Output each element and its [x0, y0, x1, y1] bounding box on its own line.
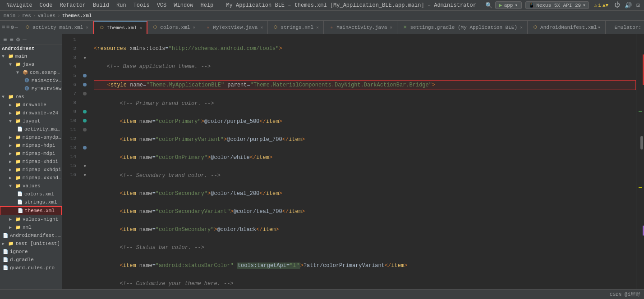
tab-mainactivity-close[interactable]: ✕ — [390, 25, 392, 30]
tab-themes-icon: ⬡ — [99, 25, 105, 31]
sidebar-hide-btn[interactable]: — — [21, 36, 28, 44]
sidebar-item-themes-xml[interactable]: 📄 themes.xml — [0, 206, 62, 215]
breadcrumb-main[interactable]: main — [4, 13, 15, 18]
breadcrumb-file[interactable]: themes.xml — [62, 13, 92, 18]
sidebar-item-androidmanifest[interactable]: 📄 AndroidManifest.xml — [0, 231, 62, 240]
tab-colors-close[interactable]: ✕ — [193, 25, 195, 30]
tab-activity-main[interactable]: ⬡ activity_main.xml ✕ — [20, 21, 93, 34]
menu-help[interactable]: Help — [197, 1, 217, 9]
folder-main-icon: 📁 — [7, 53, 14, 60]
warning-icon: ⚠ — [594, 2, 598, 8]
tab-settings-gradle[interactable]: ⛭ settings.gradle (My Application BLE) ✕ — [397, 21, 528, 34]
sidebar-expand-btn[interactable]: ≡ — [2, 36, 8, 44]
code-content[interactable]: <resources xmlns:tools="http://schemas.a… — [89, 34, 636, 289]
sidebar-item-mipmap-xhdpi[interactable]: ▶ 📁 mipmap-xhdpi — [0, 158, 62, 166]
sidebar-item-mipmap-xxxhdpi[interactable]: ▶ 📁 mipmap-xxxhdpi — [0, 174, 62, 182]
code-editor[interactable]: 1 2 3 4 5 6 7 8 9 10 11 12 13 14 15 16 — [62, 34, 644, 289]
menu-tools[interactable]: Tools — [130, 1, 153, 9]
sidebar-item-activity-main-xml[interactable]: 📄 activity_main.xml — [0, 125, 62, 133]
tab-themes[interactable]: ⬡ themes.xml ✕ — [93, 21, 147, 34]
window-controls[interactable]: ⊡ — [635, 2, 641, 9]
sidebar-settings-btn[interactable]: ⚙ — [15, 35, 21, 44]
sidebar-item-drawable-v24[interactable]: ▶ 📁 drawable-v24 — [0, 109, 62, 117]
sidebar-item-layout[interactable]: ▼ 📁 layout — [0, 117, 62, 125]
sidebar-item-res[interactable]: ▼ 📁 res — [0, 93, 62, 101]
run-config-label: app — [504, 3, 513, 8]
menu-navigate[interactable]: Navigate — [3, 1, 36, 9]
warning-nav-down[interactable]: ▼ — [606, 3, 609, 8]
search-icon[interactable]: 🔍 — [485, 2, 492, 9]
run-config-dropdown[interactable]: ▶ app ▾ — [495, 1, 522, 9]
file-strings-icon: 📄 — [16, 199, 23, 206]
power-icon[interactable]: ⏻ — [613, 2, 621, 9]
tab-strings[interactable]: ⬡ strings.xml ✕ — [268, 21, 324, 34]
expand-layout-icon: ▼ — [9, 119, 14, 124]
tab-mainactivity[interactable]: ☕ MainActivity.java ✕ — [324, 21, 397, 34]
menu-vcs[interactable]: VCS — [153, 1, 170, 9]
menu-window[interactable]: Window — [170, 1, 197, 9]
top-right-controls: 🔍 ▶ app ▾ 📱 Nexus 5X API 29 ▾ ⚠ 1 ▲ ▼ ⏻ … — [485, 1, 641, 9]
file-ignore-icon: 📄 — [2, 248, 9, 255]
tab-strings-close[interactable]: ✕ — [316, 25, 319, 30]
tab-androidmanifest[interactable]: ⬡ AndroidManifest.xml ▾ — [528, 21, 605, 34]
sidebar-item-mipmap-xxhdpi[interactable]: ▶ 📁 mipmap-xxhdpi — [0, 166, 62, 174]
menu-build[interactable]: Build — [89, 1, 113, 9]
expand-mipmap-xhdpi-icon: ▶ — [9, 159, 14, 164]
sidebar-item-mipmap-anydpi[interactable]: ▶ 📁 mipmap-anydpi-v — [0, 133, 62, 141]
tab-outdent-icon[interactable]: ≡ — [6, 24, 10, 31]
sidebar-collapse-btn[interactable]: ≡ — [8, 36, 14, 44]
breadcrumb-values[interactable]: values — [37, 13, 55, 18]
file-guard-icon: 📄 — [2, 264, 9, 272]
title-bar: My Application BLE – themes.xml [My_Appl… — [217, 2, 485, 9]
tab-themes-close[interactable]: ✕ — [139, 25, 142, 31]
sidebar-item-mainactivity[interactable]: 🅒 MainActivity — [0, 77, 62, 85]
menu-run[interactable]: Run — [113, 1, 130, 9]
breadcrumb-sep3: › — [57, 13, 60, 18]
code-line-12: <!-- Status bar color. --> — [94, 243, 636, 252]
scroll-thumb[interactable] — [640, 136, 643, 150]
tab-settings-gradle-close[interactable]: ✕ — [520, 25, 523, 30]
line15-gutter-icon: ● — [83, 163, 86, 168]
sidebar-item-drawable[interactable]: ▶ 📁 drawable — [0, 101, 62, 109]
sidebar-item-values-night[interactable]: ▶ 📁 values-night — [0, 215, 62, 223]
sidebar-item-gradle[interactable]: 📄 d.gradle — [0, 256, 62, 264]
device-label: Nexus 5X API 29 — [536, 3, 581, 8]
tab-split-icon[interactable]: — — [15, 24, 18, 31]
sidebar-item-mipmap-hdpi[interactable]: ▶ 📁 mipmap-hdpi — [0, 141, 62, 150]
tab-androidmanifest-dropdown[interactable]: ▾ — [598, 25, 600, 30]
sidebar-item-package[interactable]: ▼ 📦 com.example.myap — [0, 68, 62, 77]
warning-nav-up[interactable]: ▲ — [603, 3, 606, 8]
tab-mytextview-close[interactable]: ✕ — [260, 25, 263, 30]
sidebar-item-values[interactable]: ▼ 📁 values — [0, 182, 62, 190]
sidebar-toolbar: ≡ ≡ ⚙ — — [0, 34, 62, 45]
volume-icon[interactable]: 🔊 — [623, 2, 633, 9]
breadcrumb-res[interactable]: res — [22, 13, 31, 18]
folder-mipmap-xxhdpi-icon: 📁 — [14, 166, 22, 173]
menu-code[interactable]: Code — [36, 1, 56, 9]
tab-indent-icon[interactable]: ≡ — [2, 24, 5, 31]
sidebar-item-ignore[interactable]: 📄 ignore — [0, 248, 62, 256]
code-line-10: <item name="colorSecondaryVariant">@colo… — [94, 207, 636, 216]
sidebar-item-java[interactable]: ▼ 📁 java — [0, 60, 62, 68]
tab-settings-icon[interactable]: ⚙ — [11, 24, 14, 31]
sidebar-item-guard-rules[interactable]: 📄 guard-rules.pro — [0, 264, 62, 272]
sidebar-item-test[interactable]: ▶ 📁 test [unitTest] — [0, 240, 62, 248]
sidebar-item-main[interactable]: ▼ 📁 main — [0, 52, 62, 60]
tab-activity-main-close[interactable]: ✕ — [86, 25, 88, 30]
tab-colors[interactable]: ⬡ colors.xml ✕ — [147, 21, 200, 34]
tab-mytextview-icon: ☕ — [205, 24, 211, 31]
sidebar-item-xml-folder[interactable]: ▶ 📁 xml — [0, 223, 62, 231]
sidebar-item-strings-xml[interactable]: 📄 strings.xml — [0, 198, 62, 206]
code-line-13: <item name="android:statusBarColor" tool… — [94, 261, 636, 270]
device-dropdown[interactable]: 📱 Nexus 5X API 29 ▾ — [525, 1, 589, 9]
folder-java-icon: 📁 — [14, 61, 22, 68]
tab-mytextview[interactable]: ☕ MyTextView.java ✕ — [200, 21, 268, 34]
sidebar-project-label: AndroidTest — [0, 45, 62, 52]
marker-line7 — [83, 92, 87, 95]
sidebar-item-colors-xml[interactable]: 📄 colors.xml — [0, 190, 62, 198]
sidebar-item-mipmap-mdpi[interactable]: ▶ 📁 mipmap-mdpi — [0, 150, 62, 158]
sidebar-item-mytextview[interactable]: 🅒 MyTextView — [0, 85, 62, 93]
expand-values-icon: ▼ — [9, 184, 14, 189]
menu-refactor[interactable]: Refactor — [56, 1, 89, 9]
code-line-11: <item name="colorOnSecondary">@color/bla… — [94, 225, 636, 234]
